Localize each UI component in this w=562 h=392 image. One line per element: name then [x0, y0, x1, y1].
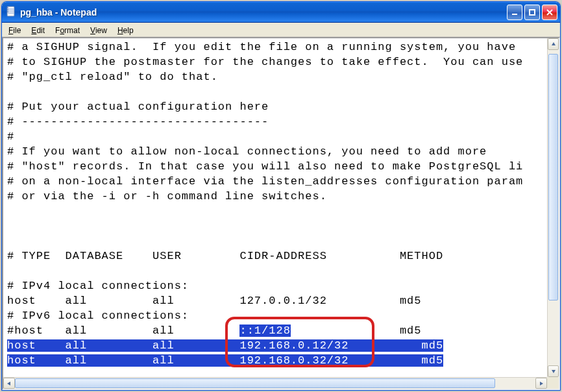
text-line: # on a non-local interface via the liste… — [7, 175, 523, 188]
client-area: # a SIGHUP signal. If you edit the file … — [2, 37, 560, 390]
menubar: File Edit Format View Help — [2, 23, 560, 37]
text-line: # "pg_ctl reload" to do that. — [7, 71, 218, 83]
text-line: # ---------------------------------- — [7, 116, 269, 128]
text-line: # Put your actual configuration here — [7, 101, 269, 113]
scroll-right-button[interactable] — [535, 378, 547, 389]
text-line: # a SIGHUP signal. If you edit the file … — [7, 41, 516, 53]
scroll-track[interactable] — [15, 378, 535, 389]
text-line: # or via the -i or -h command line switc… — [7, 190, 327, 202]
selected-text: ::1/128 — [239, 325, 290, 337]
menu-file[interactable]: File — [3, 24, 26, 36]
scroll-track[interactable] — [548, 50, 559, 365]
maximize-button[interactable] — [524, 5, 540, 20]
horizontal-scrollbar[interactable] — [3, 377, 547, 389]
svg-point-2 — [7, 9, 8, 10]
text-line: # IPv4 local connections: — [7, 280, 189, 292]
text-line: # to SIGHUP the postmaster for the chang… — [7, 56, 523, 68]
selected-text: host all all 192.168.0.12/32 md5 — [7, 339, 443, 352]
scrollbar-corner — [547, 377, 559, 389]
caption-buttons — [507, 5, 557, 20]
menu-format[interactable]: Format — [50, 24, 85, 36]
text-line: md5 — [291, 325, 422, 337]
scroll-down-button[interactable] — [548, 365, 559, 377]
svg-point-1 — [7, 7, 8, 8]
titlebar[interactable]: pg_hba - Notepad — [2, 2, 560, 23]
scroll-thumb[interactable] — [548, 54, 558, 300]
minimize-button[interactable] — [507, 5, 522, 20]
vertical-scrollbar[interactable] — [547, 38, 559, 377]
notepad-icon — [6, 6, 16, 19]
text-editor[interactable]: # a SIGHUP signal. If you edit the file … — [3, 38, 559, 389]
text-line: # — [7, 130, 14, 143]
scroll-left-button[interactable] — [3, 378, 15, 389]
scroll-up-button[interactable] — [548, 38, 559, 50]
menu-view[interactable]: View — [85, 24, 112, 36]
svg-rect-4 — [512, 14, 517, 15]
svg-rect-5 — [530, 10, 535, 15]
window-title: pg_hba - Notepad — [20, 7, 507, 18]
text-line: host all all 127.0.0.1/32 md5 — [7, 295, 422, 307]
text-line: # TYPE DATABASE USER CIDR-ADDRESS METHOD — [7, 250, 443, 262]
text-line: # "host" records. In that case you will … — [7, 160, 523, 173]
selected-text: host all all 192.168.0.32/32 md5 — [7, 354, 443, 367]
scroll-thumb[interactable] — [15, 378, 495, 388]
menu-edit[interactable]: Edit — [26, 24, 50, 36]
app-window: pg_hba - Notepad File Edit Format View H… — [1, 1, 561, 391]
menu-help[interactable]: Help — [112, 24, 139, 36]
text-line: # IPv6 local connections: — [7, 310, 189, 322]
close-button[interactable] — [542, 5, 557, 20]
text-line: # If you want to allow non-local connect… — [7, 145, 487, 158]
svg-point-3 — [7, 11, 8, 12]
text-line: #host all all — [7, 325, 239, 337]
